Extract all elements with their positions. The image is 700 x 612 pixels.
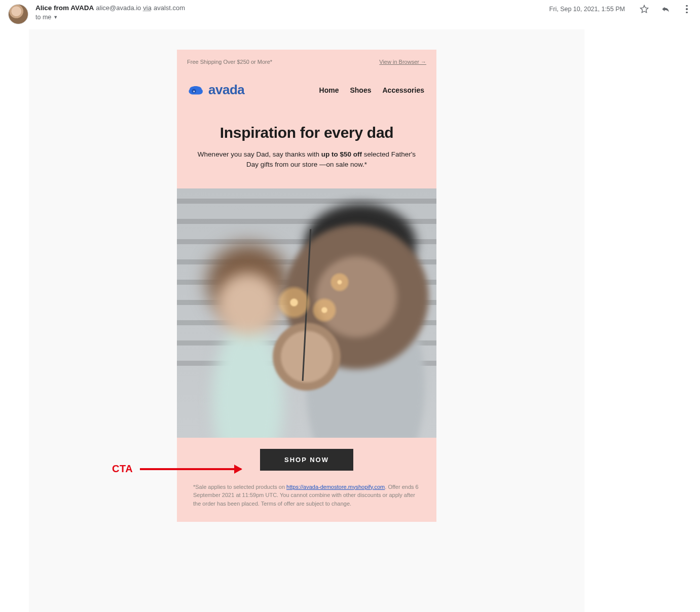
hero-sub-prefix: Whenever you say Dad, say thanks with xyxy=(198,150,321,158)
via-label: via xyxy=(143,4,152,12)
sender-line: Alice from AVADA alice@avada.io via aval… xyxy=(35,4,549,12)
chevron-down-icon: ▼ xyxy=(53,15,58,20)
email-topbar: Free Shipping Over $250 or More* View in… xyxy=(177,50,436,70)
email-header-row: Alice from AVADA alice@avada.io via aval… xyxy=(0,0,700,24)
recipient-line[interactable]: to me ▼ xyxy=(35,14,549,21)
via-domain: avalst.com xyxy=(154,4,185,12)
view-in-browser-link[interactable]: View in Browser → xyxy=(379,59,426,65)
hero-title: Inspiration for every dad xyxy=(177,113,436,149)
brand-bubble-icon: a xyxy=(187,83,204,97)
fine-print: *Sale applies to selected products on ht… xyxy=(177,480,436,522)
fine-prefix: *Sale applies to selected products on xyxy=(193,484,286,490)
annotation-label: CTA xyxy=(112,463,133,475)
nav-accessories[interactable]: Accessories xyxy=(382,86,424,94)
more-icon[interactable] xyxy=(682,4,692,14)
nav-links: Home Shoes Accessories xyxy=(319,86,424,94)
email-body-stage: Free Shipping Over $250 or More* View in… xyxy=(29,29,584,612)
header-right: Fri, Sep 10, 2021, 1:55 PM xyxy=(549,4,692,14)
cta-wrap: SHOP NOW xyxy=(177,438,436,480)
free-shipping-text: Free Shipping Over $250 or More* xyxy=(187,59,272,65)
star-icon[interactable] xyxy=(639,4,649,14)
shop-now-button[interactable]: SHOP NOW xyxy=(260,449,353,471)
hero-subtitle: Whenever you say Dad, say thanks with up… xyxy=(177,149,436,188)
brand-logo[interactable]: a avada xyxy=(187,82,244,98)
nav-home[interactable]: Home xyxy=(319,86,339,94)
hero-image xyxy=(177,188,436,438)
email-timestamp: Fri, Sep 10, 2021, 1:55 PM xyxy=(549,6,625,13)
sender-name[interactable]: Alice from AVADA xyxy=(35,4,94,12)
brand-nav-row: a avada Home Shoes Accessories xyxy=(177,70,436,113)
email-card: Free Shipping Over $250 or More* View in… xyxy=(177,50,436,522)
sender-avatar[interactable] xyxy=(8,4,28,24)
fine-link[interactable]: https://avada-demostore.myshopify.com xyxy=(286,484,385,490)
header-left: Alice from AVADA alice@avada.io via aval… xyxy=(35,4,549,21)
reply-icon[interactable] xyxy=(660,4,671,14)
brand-text: avada xyxy=(208,82,244,98)
nav-shoes[interactable]: Shoes xyxy=(350,86,371,94)
sender-email: alice@avada.io xyxy=(96,4,141,12)
recipient-text: to me xyxy=(35,14,51,21)
hero-sub-bold: up to $50 off xyxy=(321,150,362,158)
